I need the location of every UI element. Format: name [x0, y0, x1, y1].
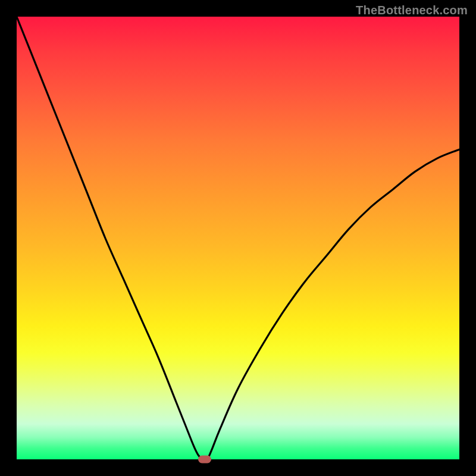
chart-frame: TheBottleneck.com: [0, 0, 476, 476]
plot-area: [17, 17, 459, 459]
watermark-text: TheBottleneck.com: [356, 4, 468, 17]
bottleneck-curve: [17, 17, 459, 459]
optimal-marker: [198, 456, 211, 464]
